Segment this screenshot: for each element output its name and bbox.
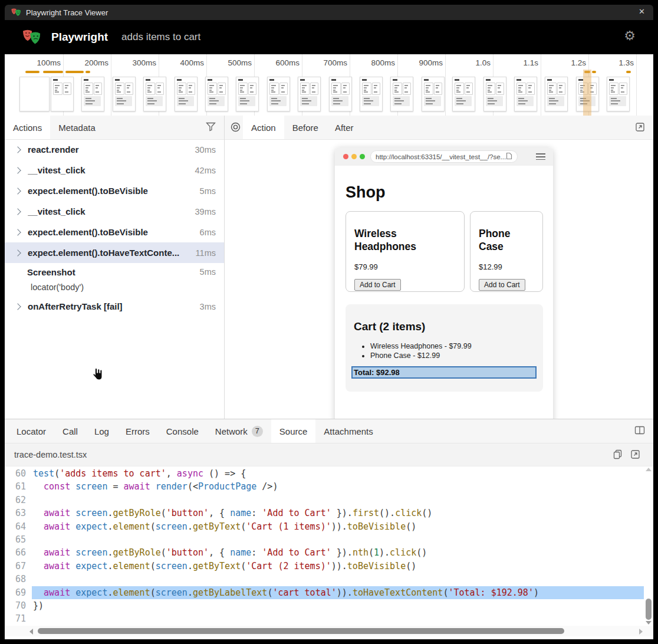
thumb-mock-line bbox=[549, 100, 558, 101]
tab-actions[interactable]: Actions bbox=[5, 116, 50, 139]
hamburger-icon[interactable] bbox=[536, 153, 545, 162]
filmstrip-thumbnail[interactable] bbox=[298, 77, 321, 111]
close-icon[interactable]: ✕ bbox=[639, 7, 645, 16]
tab-log[interactable]: Log bbox=[86, 419, 117, 443]
tab-console[interactable]: Console bbox=[158, 419, 207, 443]
thumb-mock-line bbox=[559, 87, 561, 88]
line-number: 71 bbox=[5, 612, 26, 625]
chevron-right-icon[interactable] bbox=[14, 208, 21, 215]
split-view-icon[interactable] bbox=[634, 426, 645, 435]
code-token: )). bbox=[331, 561, 347, 571]
tab-locator[interactable]: Locator bbox=[8, 419, 54, 443]
thumb-mock-line bbox=[343, 85, 347, 86]
filmstrip-thumbnail[interactable] bbox=[329, 77, 352, 111]
action-row[interactable]: __vitest_click39ms bbox=[5, 201, 224, 222]
timeline[interactable]: 100ms200ms300ms400ms500ms600ms700ms800ms… bbox=[5, 54, 653, 116]
bullseye-icon[interactable] bbox=[231, 122, 241, 139]
address-bar[interactable]: http://localhost:63315/__vitest_test__/?… bbox=[370, 150, 518, 163]
action-row[interactable]: __vitest_click42ms bbox=[5, 160, 224, 180]
code-token: await bbox=[124, 481, 150, 492]
thumb-mock-line bbox=[85, 100, 95, 101]
thumb-mock-line bbox=[65, 91, 68, 93]
external-link-icon[interactable] bbox=[635, 122, 645, 132]
filmstrip-thumbnail[interactable] bbox=[81, 77, 104, 111]
details-tabstrip: LocatorCallLogErrorsConsoleNetwork7Sourc… bbox=[5, 419, 653, 443]
filmstrip-thumbnail[interactable] bbox=[452, 77, 475, 111]
scroll-right-arrow-icon[interactable] bbox=[639, 629, 643, 635]
action-row[interactable]: onAfterRetryTask [fail]3ms bbox=[5, 296, 224, 317]
filmstrip-thumbnail[interactable] bbox=[483, 77, 506, 111]
filmstrip-thumbnail[interactable] bbox=[514, 77, 537, 111]
filmstrip-thumbnail[interactable] bbox=[19, 77, 50, 111]
filmstrip-thumbnail[interactable] bbox=[390, 77, 413, 111]
thumb-mock-card bbox=[393, 83, 402, 95]
add-to-cart-button[interactable]: Add to Cart bbox=[479, 279, 525, 291]
tab-errors[interactable]: Errors bbox=[117, 419, 158, 443]
filmstrip-thumbnail[interactable] bbox=[422, 77, 445, 111]
filmstrip-thumbnail[interactable] bbox=[205, 77, 228, 111]
timeline-tick-label: 800ms bbox=[348, 58, 395, 67]
thumb-mock-line bbox=[466, 87, 469, 88]
thumb-mock-line bbox=[364, 90, 366, 91]
scroll-down-arrow-icon[interactable] bbox=[646, 621, 652, 625]
thumb-mock-line bbox=[559, 85, 562, 86]
external-link-icon[interactable] bbox=[630, 449, 640, 462]
vertical-scrollbar-thumb[interactable] bbox=[646, 599, 652, 620]
chevron-right-icon[interactable] bbox=[14, 146, 21, 153]
tab-attachments[interactable]: Attachments bbox=[315, 419, 381, 443]
thumb-mock-line bbox=[528, 87, 531, 88]
thumb-mock-line bbox=[549, 90, 551, 91]
filmstrip-thumbnail[interactable] bbox=[607, 77, 630, 111]
filmstrip-thumbnail[interactable] bbox=[143, 77, 166, 111]
tab-source[interactable]: Source bbox=[271, 419, 316, 443]
copy-icon[interactable] bbox=[613, 449, 622, 462]
thumb-mock-card bbox=[177, 83, 186, 95]
document-icon[interactable] bbox=[506, 152, 512, 162]
filmstrip-thumbnail[interactable] bbox=[51, 77, 74, 111]
tab-metadata[interactable]: Metadata bbox=[50, 116, 104, 139]
scroll-left-arrow-icon[interactable] bbox=[29, 629, 33, 635]
thumb-mock-line bbox=[209, 85, 214, 86]
tab-after[interactable]: After bbox=[327, 116, 362, 139]
action-row[interactable]: expect.element().toBeVisible5ms bbox=[5, 180, 224, 201]
filmstrip-thumbnail[interactable] bbox=[267, 77, 290, 111]
product-card: Phone Case$12.99Add to Cart bbox=[470, 211, 543, 292]
code-token: , { bbox=[209, 547, 230, 558]
action-row[interactable]: expect.element().toBeVisible6ms bbox=[5, 222, 224, 242]
code-token: getByText bbox=[193, 521, 241, 532]
timeline-tick-label: 1.3s bbox=[587, 58, 634, 67]
chevron-right-icon[interactable] bbox=[14, 167, 21, 173]
traffic-light-yellow-icon bbox=[351, 154, 357, 159]
source-code[interactable]: 60test('adds items to cart', async () =>… bbox=[5, 465, 644, 627]
filmstrip-thumbnail[interactable] bbox=[360, 77, 383, 111]
vertical-scrollbar[interactable] bbox=[644, 465, 653, 626]
tab-action[interactable]: Action bbox=[243, 116, 284, 139]
horizontal-scrollbar-thumb[interactable] bbox=[38, 628, 564, 634]
gear-icon[interactable]: ⚙ bbox=[624, 29, 636, 42]
tab-before[interactable]: Before bbox=[284, 116, 327, 139]
thumb-mock-line bbox=[271, 91, 275, 93]
action-row[interactable]: Screenshot5ms bbox=[5, 263, 224, 281]
chevron-right-icon[interactable] bbox=[14, 303, 21, 310]
thumb-mock-line bbox=[333, 98, 339, 99]
filmstrip-thumbnail[interactable] bbox=[236, 77, 259, 111]
horizontal-scrollbar[interactable] bbox=[5, 626, 653, 636]
tab-call[interactable]: Call bbox=[54, 419, 86, 443]
action-row[interactable]: react.render30ms bbox=[5, 139, 224, 160]
code-token: />) bbox=[256, 481, 278, 492]
funnel-icon[interactable] bbox=[206, 122, 216, 132]
code-token bbox=[33, 508, 44, 518]
filmstrip-thumbnail[interactable] bbox=[113, 77, 136, 111]
action-row[interactable]: expect.element().toHaveTextConte...11ms bbox=[5, 242, 224, 263]
chevron-right-icon[interactable] bbox=[14, 249, 21, 256]
chevron-right-icon[interactable] bbox=[14, 229, 21, 235]
tab-network[interactable]: Network7 bbox=[207, 419, 271, 443]
playwright-masks-icon bbox=[11, 8, 22, 17]
scroll-up-arrow-icon[interactable] bbox=[646, 468, 652, 471]
code-token: expect bbox=[75, 521, 107, 532]
filmstrip-thumbnail[interactable] bbox=[545, 77, 568, 111]
chevron-right-icon[interactable] bbox=[14, 188, 21, 194]
add-to-cart-button[interactable]: Add to Cart bbox=[354, 279, 401, 291]
filmstrip-thumbnail[interactable] bbox=[175, 77, 198, 111]
product-price: $12.99 bbox=[479, 262, 534, 271]
